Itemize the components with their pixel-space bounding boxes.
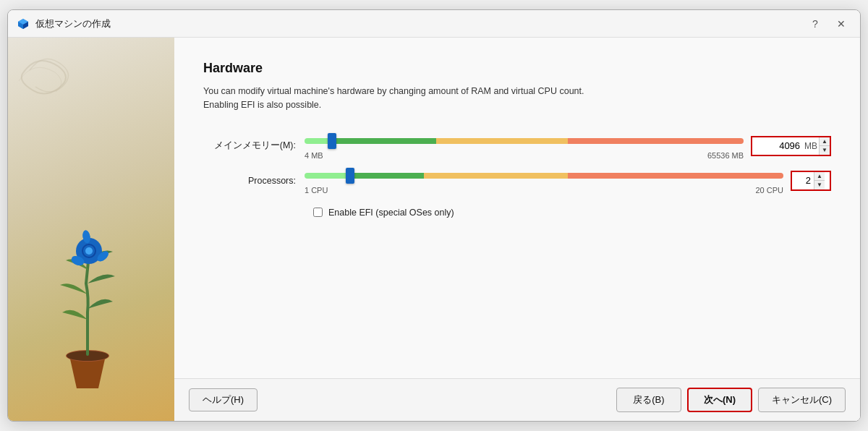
footer: ヘルプ(H) 戻る(B) 次へ(N) キャンセル(C) <box>174 378 860 421</box>
memory-input[interactable] <box>752 137 803 155</box>
processors-slider-labels: 1 CPU 20 CPU <box>305 186 783 195</box>
memory-slider-container: // Ticks rendered via inline SVG lines 4… <box>305 132 744 160</box>
processors-input[interactable] <box>792 172 814 189</box>
memory-min-label: 4 MB <box>305 151 323 160</box>
desc-line1: You can modify virtual machine's hardwar… <box>203 86 584 96</box>
memory-arrows: ▲ ▼ <box>819 137 830 155</box>
memory-label: メインメモリー(M): <box>203 140 305 152</box>
memory-row: メインメモリー(M): // Ticks rendered via inline… <box>203 132 831 160</box>
processors-max-label: 20 CPU <box>755 186 783 195</box>
back-button[interactable]: 戻る(B) <box>616 388 681 412</box>
plant-illustration <box>30 204 145 392</box>
memory-slider-track[interactable]: // Ticks rendered via inline SVG lines <box>305 138 744 144</box>
main-window: 仮想マシンの作成 ? ✕ <box>7 9 861 422</box>
cancel-button[interactable]: キャンセル(C) <box>758 388 846 412</box>
svg-point-15 <box>85 247 93 255</box>
memory-spinbox-wrapper: MB ▲ ▼ <box>751 136 831 156</box>
processors-down-arrow[interactable]: ▼ <box>814 181 825 189</box>
processors-slider-container: 1 CPU 20 CPU <box>305 167 783 195</box>
help-button[interactable]: ヘルプ(H) <box>189 388 258 411</box>
help-button[interactable]: ? <box>805 16 825 32</box>
section-description: You can modify virtual machine's hardwar… <box>203 85 831 112</box>
processors-label: Processors: <box>203 176 305 186</box>
processors-slider-wrapper[interactable] <box>305 167 783 184</box>
memory-up-arrow[interactable]: ▲ <box>820 137 830 147</box>
window-body: Hardware You can modify virtual machine'… <box>8 38 860 421</box>
processors-min-label: 1 CPU <box>305 186 328 195</box>
memory-slider-labels: 4 MB 65536 MB <box>305 151 744 160</box>
main-content: Hardware You can modify virtual machine'… <box>174 38 860 378</box>
memory-down-arrow[interactable]: ▼ <box>820 146 830 155</box>
footer-left: ヘルプ(H) <box>189 388 616 411</box>
processors-spinbox-wrapper: ▲ ▼ <box>791 171 831 191</box>
processors-row: Processors: 1 CPU 20 CPU <box>203 167 831 195</box>
processors-spinbox[interactable]: ▲ ▼ <box>791 171 831 191</box>
efi-label[interactable]: Enable EFI (special OSes only) <box>328 208 454 218</box>
content-area: Hardware You can modify virtual machine'… <box>174 38 860 421</box>
processors-up-arrow[interactable]: ▲ <box>814 172 825 182</box>
memory-max-label: 65536 MB <box>707 151 744 160</box>
app-icon <box>17 17 30 30</box>
processors-thumb[interactable] <box>346 168 354 184</box>
title-bar-controls: ? ✕ <box>805 16 851 32</box>
memory-slider-wrapper[interactable]: // Ticks rendered via inline SVG lines <box>305 132 744 150</box>
efi-row: Enable EFI (special OSes only) <box>313 208 831 218</box>
memory-spinbox[interactable]: MB ▲ ▼ <box>751 136 831 156</box>
efi-checkbox[interactable] <box>313 208 323 217</box>
window-title: 仮想マシンの作成 <box>35 17 805 30</box>
memory-unit: MB <box>803 141 819 151</box>
desc-line2: Enabling EFI is also possible. <box>203 100 321 110</box>
title-bar: 仮想マシンの作成 ? ✕ <box>8 10 860 38</box>
swirl-decoration <box>15 45 88 103</box>
footer-right: 戻る(B) 次へ(N) キャンセル(C) <box>616 388 846 412</box>
processors-slider-track[interactable] <box>305 173 783 179</box>
memory-ticks: // Ticks rendered via inline SVG lines <box>305 138 744 144</box>
memory-thumb[interactable] <box>328 133 336 149</box>
section-title: Hardware <box>203 61 831 76</box>
processors-arrows: ▲ ▼ <box>814 172 825 189</box>
next-button[interactable]: 次へ(N) <box>687 388 752 412</box>
sidebar <box>8 38 174 421</box>
close-button[interactable]: ✕ <box>831 16 851 32</box>
